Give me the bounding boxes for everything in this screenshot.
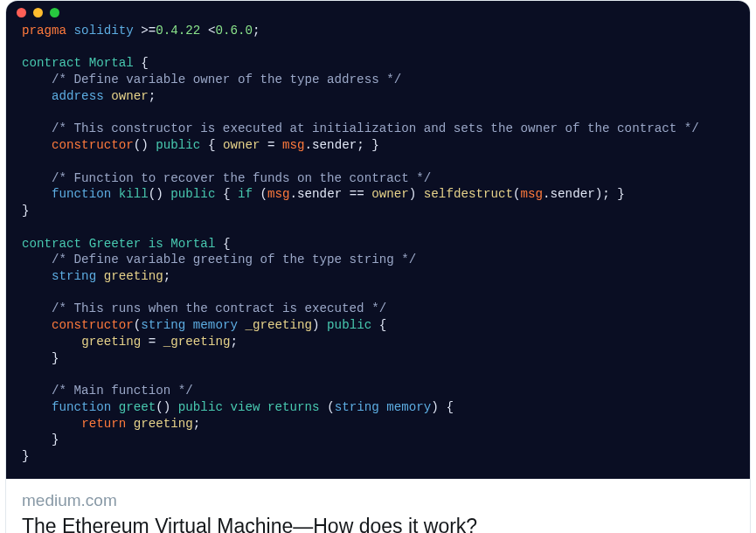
code-token-pragma: constructor <box>52 138 134 152</box>
code-token-op: = <box>267 138 275 152</box>
code-token-op <box>260 138 267 152</box>
code-token-op <box>66 24 74 38</box>
code-token-op: ; <box>149 89 156 103</box>
code-token-op: == <box>350 187 364 201</box>
code-token-op: ; <box>230 335 238 349</box>
code-token-op <box>22 269 52 283</box>
code-token-type: solidity <box>74 24 134 38</box>
code-token-op <box>126 417 134 431</box>
code-token-op <box>81 56 89 70</box>
code-token-keyword: contract <box>22 56 81 70</box>
link-title: The Ethereum Virtual Machine—How does it… <box>22 514 734 533</box>
code-token-op <box>320 400 328 414</box>
code-token-comment: /* Main function */ <box>22 384 193 398</box>
code-token-type: string <box>335 400 379 414</box>
code-token-pragma: pragma <box>22 24 66 38</box>
code-token-pragma: constructor <box>52 318 134 332</box>
code-token-type: string <box>52 269 96 283</box>
code-token-op: ) <box>431 400 439 414</box>
code-token-op: ( <box>260 187 268 201</box>
code-token-op <box>364 138 372 152</box>
code-token-ident: greeting <box>104 269 163 283</box>
code-token-op: ; <box>163 269 171 283</box>
code-token-brace: } <box>371 138 379 152</box>
code-token-type: function <box>52 400 111 414</box>
code-token-brace: { <box>223 237 231 251</box>
code-token-op: ) <box>312 318 320 332</box>
code-token-op: >= <box>141 24 156 38</box>
code-token-keyword: if <box>238 187 253 201</box>
code-token-op <box>342 187 350 201</box>
code-token-op <box>104 89 112 103</box>
code-token-keyword: public <box>327 318 371 332</box>
code-token-op: ; <box>193 417 201 431</box>
code-token-brace: } <box>22 449 30 463</box>
code-token-comment: /* Function to recover the funds on the … <box>22 171 431 185</box>
code-preview-panel: pragma solidity >=0.4.22 <0.6.0; contrac… <box>6 1 750 479</box>
code-token-op <box>22 400 52 414</box>
code-token-op <box>170 400 178 414</box>
code-token-type: memory <box>193 318 238 332</box>
window-titlebar <box>6 1 750 21</box>
code-token-op <box>200 138 208 152</box>
code-token-keyword: contract <box>22 237 81 251</box>
code-token-op <box>200 24 208 38</box>
code-token-op <box>22 318 52 332</box>
code-token-ident: owner <box>371 187 409 201</box>
code-token-brace: { <box>379 318 387 332</box>
code-token-type: address <box>52 89 104 103</box>
code-token-brace: } <box>52 351 59 365</box>
code-token-op <box>22 433 52 446</box>
code-token-brace: } <box>617 187 625 201</box>
solidity-code-block: pragma solidity >=0.4.22 <0.6.0; contrac… <box>6 21 750 470</box>
code-token-ident: greeting <box>134 417 193 431</box>
code-token-brace: } <box>22 204 30 218</box>
code-token-op <box>22 417 81 431</box>
code-token-prop: sender <box>551 187 595 201</box>
code-token-op: = <box>149 335 156 349</box>
code-token-op <box>22 335 81 349</box>
code-token-num: 0.4.22 <box>156 24 200 38</box>
code-token-op <box>134 24 142 38</box>
code-token-op: ( <box>134 318 142 332</box>
code-token-prop: sender <box>297 187 342 201</box>
code-token-name: Greeter <box>89 237 142 251</box>
code-token-prop: sender <box>312 138 357 152</box>
code-token-op <box>185 318 193 332</box>
code-token-op <box>215 187 223 201</box>
window-zoom-dot <box>50 8 59 17</box>
code-token-op <box>141 237 149 251</box>
code-token-op <box>134 56 142 70</box>
code-token-op: () <box>156 400 170 414</box>
code-token-keyword: public <box>178 400 223 414</box>
code-token-op: . <box>290 187 298 201</box>
code-token-op <box>275 138 283 152</box>
code-token-func: kill <box>119 187 149 201</box>
link-meta: medium.com The Ethereum Virtual Machine—… <box>6 479 750 533</box>
code-token-keyword: public <box>170 187 215 201</box>
link-preview-card[interactable]: pragma solidity >=0.4.22 <0.6.0; contrac… <box>5 0 751 533</box>
code-token-ident: owner <box>111 89 149 103</box>
code-token-brace: } <box>52 433 59 446</box>
code-token-comment: /* Define variable greeting of the type … <box>22 253 416 266</box>
code-token-op: ; <box>602 187 610 201</box>
code-token-op <box>610 187 618 201</box>
code-token-name: Mortal <box>89 56 134 70</box>
code-token-op: ; <box>357 138 364 152</box>
code-token-type: function <box>52 187 111 201</box>
code-token-keyword: view <box>230 400 260 414</box>
code-token-op <box>22 138 52 152</box>
code-token-op <box>149 138 156 152</box>
code-token-name: Mortal <box>170 237 215 251</box>
code-token-ident: selfdestruct <box>424 187 513 201</box>
code-token-num: 0.6.0 <box>215 24 253 38</box>
code-token-op <box>111 400 119 414</box>
code-token-msg: msg <box>521 187 544 201</box>
code-token-op: ( <box>513 187 521 201</box>
code-token-msg: msg <box>282 138 305 152</box>
code-token-op <box>379 400 387 414</box>
code-token-op <box>81 237 89 251</box>
window-minimize-dot <box>33 8 43 17</box>
code-token-comment: /* This constructor is executed at initi… <box>22 121 699 135</box>
link-domain: medium.com <box>22 491 734 510</box>
